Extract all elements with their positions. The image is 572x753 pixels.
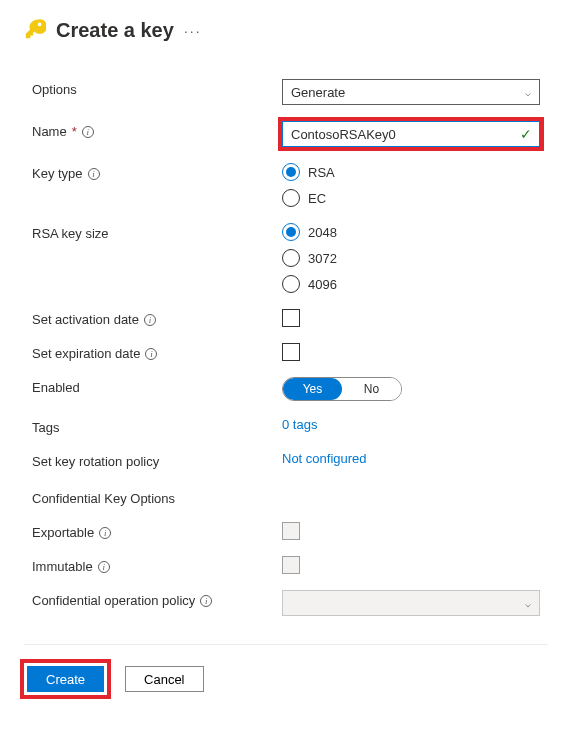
immutable-label: Immutable xyxy=(32,559,93,574)
tags-label: Tags xyxy=(32,420,59,435)
rotation-policy-link[interactable]: Not configured xyxy=(282,451,367,466)
info-icon[interactable]: i xyxy=(82,126,94,138)
info-icon[interactable]: i xyxy=(144,314,156,326)
operation-policy-label: Confidential operation policy xyxy=(32,593,195,608)
cancel-button[interactable]: Cancel xyxy=(125,666,203,692)
key-type-group: RSA EC xyxy=(282,163,540,207)
required-indicator: * xyxy=(72,124,77,139)
rsa-size-2048[interactable]: 2048 xyxy=(282,223,540,241)
page-header: Create a key ··· xyxy=(24,18,548,43)
rsa-key-size-label: RSA key size xyxy=(32,226,109,241)
exportable-label: Exportable xyxy=(32,525,94,540)
expiration-date-label: Set expiration date xyxy=(32,346,140,361)
key-icon xyxy=(24,18,46,43)
confidential-heading: Confidential Key Options xyxy=(32,491,540,506)
info-icon[interactable]: i xyxy=(145,348,157,360)
info-icon[interactable]: i xyxy=(88,168,100,180)
radio-icon xyxy=(282,249,300,267)
radio-icon xyxy=(282,189,300,207)
radio-icon xyxy=(282,275,300,293)
key-type-label: Key type xyxy=(32,166,83,181)
activation-date-checkbox[interactable] xyxy=(282,309,300,327)
footer: Create Cancel xyxy=(24,644,548,699)
more-actions-button[interactable]: ··· xyxy=(184,23,202,39)
options-label: Options xyxy=(32,82,77,97)
check-icon: ✓ xyxy=(520,126,532,142)
info-icon[interactable]: i xyxy=(99,527,111,539)
name-highlight: ✓ xyxy=(278,117,544,151)
info-icon[interactable]: i xyxy=(98,561,110,573)
enabled-no[interactable]: No xyxy=(342,378,401,400)
exportable-checkbox[interactable] xyxy=(282,522,300,540)
activation-date-label: Set activation date xyxy=(32,312,139,327)
radio-icon xyxy=(282,163,300,181)
options-select[interactable]: Generate ⌵ xyxy=(282,79,540,105)
info-icon[interactable]: i xyxy=(200,595,212,607)
chevron-down-icon: ⌵ xyxy=(525,598,531,609)
rotation-policy-label: Set key rotation policy xyxy=(32,454,159,469)
name-label: Name xyxy=(32,124,67,139)
key-type-ec[interactable]: EC xyxy=(282,189,540,207)
page-title: Create a key xyxy=(56,19,174,42)
operation-policy-select[interactable]: ⌵ xyxy=(282,590,540,616)
create-highlight: Create xyxy=(20,659,111,699)
key-type-rsa[interactable]: RSA xyxy=(282,163,540,181)
chevron-down-icon: ⌵ xyxy=(525,87,531,98)
enabled-yes[interactable]: Yes xyxy=(283,378,342,400)
options-value: Generate xyxy=(291,85,345,100)
enabled-toggle[interactable]: Yes No xyxy=(282,377,402,401)
create-key-form: Options Generate ⌵ Name * i ✓ Key type xyxy=(24,79,548,616)
immutable-checkbox[interactable] xyxy=(282,556,300,574)
expiration-date-checkbox[interactable] xyxy=(282,343,300,361)
create-button[interactable]: Create xyxy=(27,666,104,692)
rsa-size-3072[interactable]: 3072 xyxy=(282,249,540,267)
name-input[interactable] xyxy=(282,121,540,147)
tags-link[interactable]: 0 tags xyxy=(282,417,317,432)
radio-icon xyxy=(282,223,300,241)
rsa-key-size-group: 2048 3072 4096 xyxy=(282,223,540,293)
rsa-size-4096[interactable]: 4096 xyxy=(282,275,540,293)
enabled-label: Enabled xyxy=(32,380,80,395)
